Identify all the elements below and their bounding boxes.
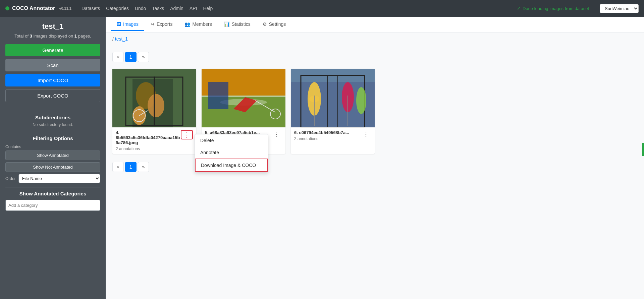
dropdown-menu-1: Delete Annotate Download Image & COCO bbox=[195, 134, 268, 172]
user-dropdown[interactable]: SunWeimiao bbox=[600, 4, 639, 13]
tab-bar: 🖼 Images ↪ Exports 👥 Members 📊 Statistic… bbox=[106, 17, 644, 33]
tab-statistics[interactable]: 📊 Statistics bbox=[219, 18, 256, 31]
image-card-1: 4.8b5593c5c36fdfa04279aaaa15b9a786.jpeg … bbox=[112, 69, 196, 154]
scan-button[interactable]: Scan bbox=[5, 59, 100, 71]
barchart-icon: 📊 bbox=[224, 21, 230, 27]
more-options-button-2[interactable]: ⋮ bbox=[271, 130, 282, 138]
image-grid: 4.8b5593c5c36fdfa04279aaaa15b9a786.jpeg … bbox=[112, 69, 637, 154]
image-info-1: 4.8b5593c5c36fdfa04279aaaa15b9a786.jpeg … bbox=[112, 127, 196, 154]
image-thumbnail-2 bbox=[202, 69, 285, 127]
gear-icon: ⚙ bbox=[263, 21, 267, 27]
sidebar: test_1 Total of 3 images displayed on 1 … bbox=[0, 17, 106, 299]
checkmark-icon: ✓ bbox=[517, 6, 521, 11]
pagination-bottom: « 1 » bbox=[112, 162, 637, 172]
image-meta-1: 4.8b5593c5c36fdfa04279aaaa15b9a786.jpeg … bbox=[116, 130, 181, 151]
image-count: 3 bbox=[30, 34, 32, 39]
sidebar-dataset-name: test_1 bbox=[5, 22, 100, 31]
tab-settings[interactable]: ⚙ Settings bbox=[257, 18, 291, 31]
sidebar-summary: Total of 3 images displayed on 1 pages. bbox=[5, 34, 100, 39]
content-area: « 1 » bbox=[106, 45, 644, 299]
page-count: 1 bbox=[74, 34, 77, 39]
subdirectories-title: Subdirectories bbox=[5, 115, 100, 120]
members-icon: 👥 bbox=[184, 21, 190, 27]
scroll-indicator bbox=[642, 143, 644, 156]
tab-images[interactable]: 🖼 Images bbox=[111, 18, 144, 31]
import-coco-button[interactable]: Import COCO bbox=[5, 74, 100, 86]
image-thumbnail-1 bbox=[112, 69, 196, 127]
page-1-button-bottom[interactable]: 1 bbox=[125, 162, 137, 172]
nav-admin[interactable]: Admin bbox=[170, 6, 183, 11]
nav-categories[interactable]: Categories bbox=[106, 6, 129, 11]
image-info-3: 6. c06794ec4b549568b7a... 2 annotations … bbox=[291, 127, 375, 144]
nav-help[interactable]: Help bbox=[203, 6, 213, 11]
nav-links: Datasets Categories Undo Tasks Admin API… bbox=[82, 6, 213, 11]
show-not-annotated-button[interactable]: Show Not Annotated bbox=[5, 162, 100, 172]
generate-button[interactable]: Generate bbox=[5, 44, 100, 56]
breadcrumb-current[interactable]: test_1 bbox=[115, 36, 128, 42]
image-name-3: 6. c06794ec4b549568b7a... bbox=[294, 130, 361, 135]
main-layout: test_1 Total of 3 images displayed on 1 … bbox=[0, 17, 644, 299]
page-1-button[interactable]: 1 bbox=[125, 52, 137, 62]
next-page-button[interactable]: » bbox=[138, 52, 149, 62]
divider-2 bbox=[5, 132, 100, 132]
pagination-top: « 1 » bbox=[112, 52, 637, 62]
svg-point-26 bbox=[356, 87, 366, 114]
prev-page-button-bottom[interactable]: « bbox=[112, 162, 124, 172]
download-coco-menu-item[interactable]: Download Image & COCO bbox=[195, 159, 268, 172]
delete-menu-item[interactable]: Delete bbox=[195, 134, 268, 146]
brand-logo: COCO Annotator v0.11.1 bbox=[5, 5, 71, 11]
more-options-button-3[interactable]: ⋮ bbox=[361, 130, 371, 138]
order-row: Order File Name bbox=[5, 174, 100, 183]
nav-undo[interactable]: Undo bbox=[135, 6, 146, 11]
image-annotations-1: 2 annotations bbox=[116, 146, 181, 151]
image-annotations-3: 2 annotations bbox=[294, 136, 361, 141]
image-name-1: 4.8b5593c5c36fdfa04279aaaa15b9a786.jpeg bbox=[116, 130, 181, 145]
filtering-title: Filtering Options bbox=[5, 135, 100, 141]
next-page-button-bottom[interactable]: » bbox=[138, 162, 149, 172]
brand-dot bbox=[5, 6, 9, 10]
prev-page-button[interactable]: « bbox=[112, 52, 124, 62]
nav-datasets[interactable]: Datasets bbox=[82, 6, 100, 11]
divider-1 bbox=[5, 111, 100, 111]
category-input[interactable] bbox=[5, 200, 100, 211]
image-icon: 🖼 bbox=[116, 21, 121, 27]
main-content: 🖼 Images ↪ Exports 👥 Members 📊 Statistic… bbox=[106, 17, 644, 299]
tab-exports[interactable]: ↪ Exports bbox=[145, 18, 178, 31]
loading-status: ✓ Done loading images from dataset bbox=[517, 6, 589, 11]
tab-members[interactable]: 👥 Members bbox=[179, 18, 217, 31]
order-select[interactable]: File Name bbox=[18, 174, 100, 183]
breadcrumb-separator: / bbox=[112, 36, 114, 42]
order-label: Order bbox=[5, 176, 16, 181]
image-thumbnail-3 bbox=[291, 69, 375, 127]
subdirectory-note: No subdirectory found. bbox=[5, 122, 100, 127]
contains-label: Contains bbox=[5, 144, 100, 149]
image-meta-3: 6. c06794ec4b549568b7a... 2 annotations bbox=[294, 130, 361, 141]
more-options-button-1[interactable]: ⋮ bbox=[181, 130, 193, 139]
annotated-categories-title: Show Annotated Categories bbox=[5, 191, 100, 196]
show-annotated-button[interactable]: Show Annotated bbox=[5, 151, 100, 160]
annotate-menu-item[interactable]: Annotate bbox=[195, 146, 268, 159]
brand-version: v0.11.1 bbox=[59, 6, 71, 10]
export-coco-button[interactable]: Export COCO bbox=[5, 89, 100, 102]
svg-point-3 bbox=[148, 94, 164, 117]
top-navigation: COCO Annotator v0.11.1 Datasets Categori… bbox=[0, 0, 644, 17]
divider-3 bbox=[5, 187, 100, 187]
nav-tasks[interactable]: Tasks bbox=[152, 6, 164, 11]
export-icon: ↪ bbox=[151, 21, 155, 27]
svg-rect-13 bbox=[208, 82, 228, 109]
image-card-3: 6. c06794ec4b549568b7a... 2 annotations … bbox=[291, 69, 375, 154]
brand-name: COCO Annotator bbox=[12, 5, 55, 11]
breadcrumb: / test_1 bbox=[106, 33, 644, 45]
nav-api[interactable]: API bbox=[190, 6, 197, 11]
